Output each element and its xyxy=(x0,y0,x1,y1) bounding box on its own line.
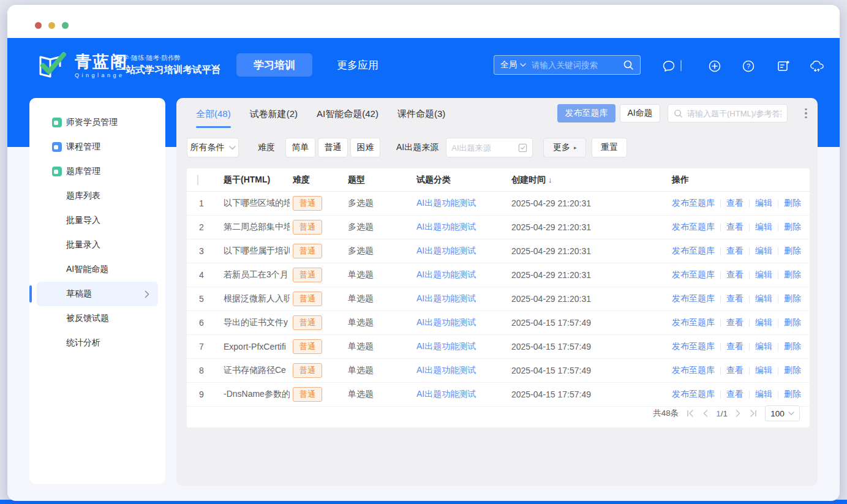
view-action-link[interactable]: 查看 xyxy=(726,365,743,376)
chevron-down-icon[interactable] xyxy=(211,61,220,72)
sidebar-item-9[interactable]: 被反馈试题 xyxy=(37,306,158,331)
edit-action-link[interactable]: 编辑 xyxy=(755,389,772,400)
publish-action-link[interactable]: 发布至题库 xyxy=(672,222,715,233)
delete-action-link[interactable]: 删除 xyxy=(784,198,801,209)
question-category-link[interactable]: AI出题功能测试 xyxy=(416,389,511,400)
global-search-input[interactable] xyxy=(532,61,623,70)
edit-action-link[interactable]: 编辑 xyxy=(755,246,772,257)
sidebar-item-5[interactable]: 批量导入 xyxy=(37,208,158,233)
question-type: 单选题 xyxy=(348,293,416,304)
question-category-link[interactable]: AI出题功能测试 xyxy=(416,222,511,233)
question-category-link[interactable]: AI出题功能测试 xyxy=(416,198,511,209)
select-source-icon[interactable] xyxy=(518,143,527,152)
edit-action-link[interactable]: 编辑 xyxy=(755,365,772,376)
edit-action-link[interactable]: 编辑 xyxy=(755,269,772,280)
view-action-link[interactable]: 查看 xyxy=(726,222,743,233)
question-category-link[interactable]: AI出题功能测试 xyxy=(416,365,511,376)
edit-action-link[interactable]: 编辑 xyxy=(755,293,772,304)
next-page-icon[interactable] xyxy=(736,410,741,417)
publish-action-link[interactable]: 发布至题库 xyxy=(672,269,715,280)
page-size-select[interactable]: 100 xyxy=(765,405,800,421)
difficulty-option-2[interactable]: 普通 xyxy=(318,138,348,157)
select-all-checkbox[interactable] xyxy=(197,175,198,186)
cloud-transfer-icon[interactable] xyxy=(810,59,824,73)
more-options-kebab-icon[interactable] xyxy=(800,105,812,121)
search-icon[interactable] xyxy=(623,59,634,70)
tab-courseware[interactable]: 课件命题(3) xyxy=(397,108,445,128)
tab-ai-generated[interactable]: AI智能命题(42) xyxy=(317,108,378,128)
help-question-icon[interactable]: ? xyxy=(741,59,756,73)
difficulty-option-3[interactable]: 困难 xyxy=(350,138,380,157)
view-action-link[interactable]: 查看 xyxy=(726,269,743,280)
publish-action-link[interactable]: 发布至题库 xyxy=(672,317,715,328)
tab-paper-new[interactable]: 试卷新建(2) xyxy=(250,108,298,128)
sidebar-item-2[interactable]: 课程管理 xyxy=(37,135,158,159)
question-category-link[interactable]: AI出题功能测试 xyxy=(416,317,511,328)
sidebar-item-10[interactable]: 统计分析 xyxy=(37,331,158,355)
view-action-link[interactable]: 查看 xyxy=(726,198,743,209)
prev-page-icon[interactable] xyxy=(702,410,708,417)
difficulty-option-1[interactable]: 简单 xyxy=(285,138,315,157)
edit-action-link[interactable]: 编辑 xyxy=(755,198,772,209)
reset-filters-button[interactable]: 重置 xyxy=(592,138,627,157)
ai-source-input[interactable] xyxy=(451,143,518,152)
sidebar-item-7[interactable]: AI智能命题 xyxy=(37,257,158,282)
edit-action-link[interactable]: 编辑 xyxy=(755,222,772,233)
ai-compose-button[interactable]: AI命题 xyxy=(620,104,660,122)
delete-action-link[interactable]: 删除 xyxy=(784,246,801,257)
delete-action-link[interactable]: 删除 xyxy=(784,269,801,280)
publish-action-link[interactable]: 发布至题库 xyxy=(672,198,715,209)
sidebar-item-label: AI智能命题 xyxy=(66,264,108,275)
maximize-window-dot[interactable] xyxy=(62,22,69,29)
tab-all[interactable]: 全部(48) xyxy=(196,108,231,128)
question-category-link[interactable]: AI出题功能测试 xyxy=(416,246,511,257)
action-divider xyxy=(749,295,750,303)
chevron-down-icon[interactable] xyxy=(520,63,526,67)
question-category-link[interactable]: AI出题功能测试 xyxy=(416,341,511,352)
nav-tab-study-training[interactable]: 学习培训 xyxy=(236,53,312,77)
sidebar-item-1[interactable]: 师资学员管理 xyxy=(37,110,158,135)
difficulty-cell: 普通 xyxy=(293,315,348,330)
delete-action-link[interactable]: 删除 xyxy=(784,317,801,328)
search-scope-dropdown[interactable]: 全局 xyxy=(500,59,517,70)
delete-action-link[interactable]: 删除 xyxy=(784,365,801,376)
delete-action-link[interactable]: 删除 xyxy=(784,389,801,400)
publish-to-bank-button[interactable]: 发布至题库 xyxy=(557,104,615,122)
sidebar-item-8[interactable]: 草稿题 xyxy=(37,282,158,306)
publish-action-link[interactable]: 发布至题库 xyxy=(672,293,715,304)
first-page-icon[interactable] xyxy=(687,410,695,417)
edit-action-link[interactable]: 编辑 xyxy=(755,317,772,328)
question-category-link[interactable]: AI出题功能测试 xyxy=(416,293,511,304)
view-action-link[interactable]: 查看 xyxy=(726,317,743,328)
difficulty-badge: 普通 xyxy=(293,196,322,211)
view-action-link[interactable]: 查看 xyxy=(726,293,743,304)
delete-action-link[interactable]: 删除 xyxy=(784,341,801,352)
document-notice-icon[interactable] xyxy=(776,59,791,73)
sidebar-item-4[interactable]: 题库列表 xyxy=(37,184,158,208)
stem-search-input[interactable] xyxy=(687,109,781,118)
last-page-icon[interactable] xyxy=(749,410,757,417)
question-category-link[interactable]: AI出题功能测试 xyxy=(416,269,511,280)
plus-circle-icon[interactable] xyxy=(707,59,722,73)
publish-action-link[interactable]: 发布至题库 xyxy=(672,389,715,400)
sidebar-item-3[interactable]: 题库管理 xyxy=(37,159,158,184)
minimize-window-dot[interactable] xyxy=(48,22,55,29)
sort-desc-icon[interactable]: ↓ xyxy=(548,175,552,184)
chat-bubble-icon[interactable] xyxy=(661,59,676,73)
publish-action-link[interactable]: 发布至题库 xyxy=(672,246,715,257)
delete-action-link[interactable]: 删除 xyxy=(784,222,801,233)
edit-action-link[interactable]: 编辑 xyxy=(755,341,772,352)
sidebar-item-6[interactable]: 批量录入 xyxy=(37,233,158,257)
question-stem: 以下哪些区域的培 xyxy=(224,198,290,209)
delete-action-link[interactable]: 删除 xyxy=(784,293,801,304)
nav-tab-more-apps[interactable]: 更多应用 xyxy=(333,53,382,77)
col-created[interactable]: 创建时间↓ xyxy=(511,175,672,186)
view-action-link[interactable]: 查看 xyxy=(726,341,743,352)
more-filters-button[interactable]: 更多▸ xyxy=(543,138,586,157)
publish-action-link[interactable]: 发布至题库 xyxy=(672,365,715,376)
close-window-dot[interactable] xyxy=(35,22,42,29)
publish-action-link[interactable]: 发布至题库 xyxy=(672,341,715,352)
view-action-link[interactable]: 查看 xyxy=(726,389,743,400)
view-action-link[interactable]: 查看 xyxy=(726,246,743,257)
all-conditions-dropdown[interactable]: 所有条件 xyxy=(187,138,239,157)
